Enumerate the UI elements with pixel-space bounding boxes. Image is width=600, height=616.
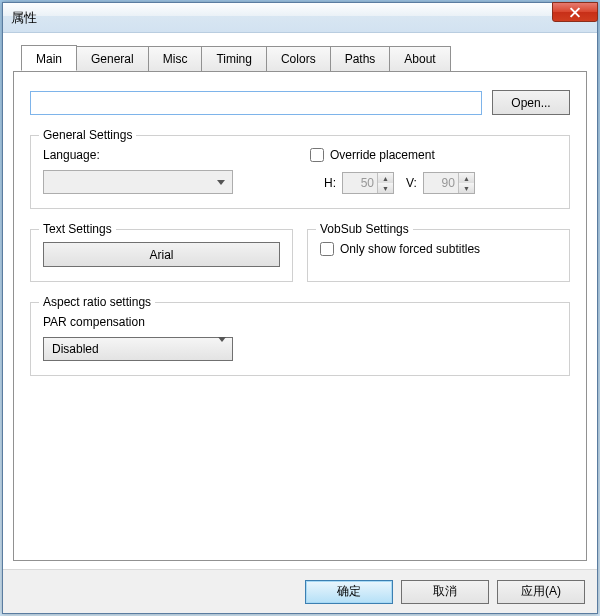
override-placement-row[interactable]: Override placement (310, 148, 557, 162)
window-title: 属性 (11, 9, 37, 27)
hv-row: H: ▲▼ V: ▲▼ (324, 172, 557, 194)
h-label: H: (324, 176, 336, 190)
dialog-footer: 确定 取消 应用(A) (3, 569, 597, 613)
h-spinner[interactable]: ▲▼ (342, 172, 394, 194)
v-label: V: (406, 176, 417, 190)
par-value: Disabled (52, 342, 99, 356)
v-spinner[interactable]: ▲▼ (423, 172, 475, 194)
language-combo[interactable] (43, 170, 233, 194)
tab-colors[interactable]: Colors (266, 46, 331, 72)
legend-text-settings: Text Settings (39, 222, 116, 236)
forced-subs-row[interactable]: Only show forced subtitles (320, 242, 557, 256)
tab-main[interactable]: Main (21, 45, 77, 71)
override-placement-checkbox[interactable] (310, 148, 324, 162)
tab-timing[interactable]: Timing (201, 46, 267, 72)
h-spin-down[interactable]: ▼ (378, 183, 393, 193)
language-label: Language: (43, 148, 290, 162)
h-spin-up[interactable]: ▲ (378, 173, 393, 183)
apply-button[interactable]: 应用(A) (497, 580, 585, 604)
close-button[interactable] (552, 2, 598, 22)
tab-paths[interactable]: Paths (330, 46, 391, 72)
tab-panel-main: Open... General Settings Language: (13, 71, 587, 561)
content-area: Main General Misc Timing Colors Paths Ab… (3, 33, 597, 569)
par-label: PAR compensation (43, 315, 557, 329)
par-combo[interactable]: Disabled (43, 337, 233, 361)
file-row: Open... (30, 90, 570, 115)
group-text-settings: Text Settings Arial (30, 229, 293, 282)
group-vobsub-settings: VobSub Settings Only show forced subtitl… (307, 229, 570, 282)
open-button[interactable]: Open... (492, 90, 570, 115)
tab-misc[interactable]: Misc (148, 46, 203, 72)
cancel-button[interactable]: 取消 (401, 580, 489, 604)
forced-subs-label: Only show forced subtitles (340, 242, 480, 256)
font-button[interactable]: Arial (43, 242, 280, 267)
group-general-settings: General Settings Language: Override plac… (30, 135, 570, 209)
v-spin-down[interactable]: ▼ (459, 183, 474, 193)
v-spin-up[interactable]: ▲ (459, 173, 474, 183)
tab-general[interactable]: General (76, 46, 149, 72)
h-value[interactable] (343, 173, 377, 193)
ok-button[interactable]: 确定 (305, 580, 393, 604)
forced-subs-checkbox[interactable] (320, 242, 334, 256)
tab-about[interactable]: About (389, 46, 450, 72)
override-placement-label: Override placement (330, 148, 435, 162)
chevron-down-icon (218, 342, 226, 356)
legend-vobsub-settings: VobSub Settings (316, 222, 413, 236)
properties-window: 属性 Main General Misc Timing Colors Paths… (2, 2, 598, 614)
tab-strip: Main General Misc Timing Colors Paths Ab… (21, 45, 587, 71)
legend-aspect-ratio: Aspect ratio settings (39, 295, 155, 309)
titlebar: 属性 (3, 3, 597, 33)
chevron-down-icon (213, 175, 228, 190)
v-value[interactable] (424, 173, 458, 193)
close-icon (569, 7, 581, 18)
file-path-input[interactable] (30, 91, 482, 115)
legend-general-settings: General Settings (39, 128, 136, 142)
group-aspect-ratio: Aspect ratio settings PAR compensation D… (30, 302, 570, 376)
